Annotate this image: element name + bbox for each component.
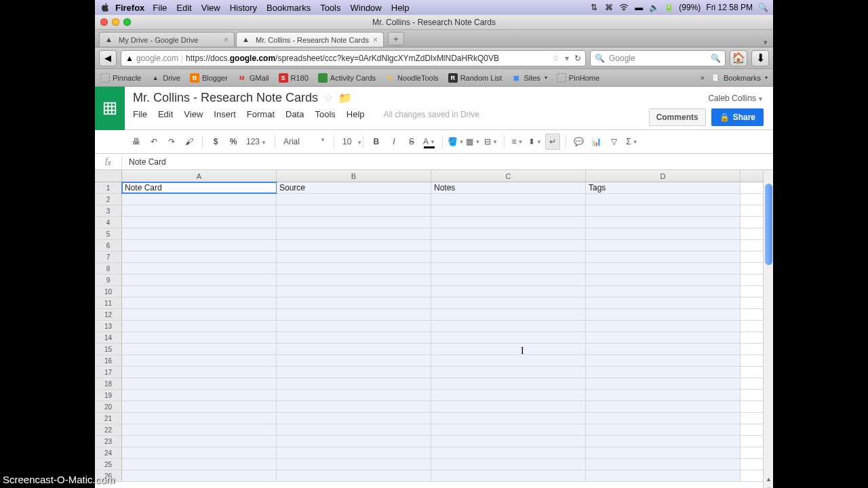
row-header[interactable]: 9 (95, 274, 122, 285)
cell-D6[interactable] (586, 240, 741, 251)
redo-button[interactable]: ↷ (164, 134, 179, 150)
cell-D9[interactable] (586, 274, 741, 285)
cell-B23[interactable] (277, 436, 431, 447)
cell-A20[interactable] (122, 401, 277, 412)
bookmark-activity[interactable]: Activity Cards (318, 73, 376, 83)
move-folder-icon[interactable]: 📁 (338, 92, 352, 104)
cell-A25[interactable] (122, 459, 277, 470)
cell-C8[interactable] (431, 263, 586, 274)
cell-A7[interactable] (122, 251, 277, 262)
row-header[interactable]: 10 (95, 286, 122, 297)
row-header[interactable]: 6 (95, 240, 122, 251)
cell-B20[interactable] (277, 401, 431, 412)
cell-C6[interactable] (431, 240, 586, 251)
cell-C13[interactable] (431, 321, 586, 331)
star-document-icon[interactable]: ☆ (323, 92, 333, 104)
cell-D3[interactable] (586, 205, 741, 216)
percent-button[interactable]: % (226, 134, 241, 150)
cell-A1[interactable]: Note Card (122, 182, 277, 193)
row-header[interactable]: 20 (95, 401, 122, 412)
battery-icon[interactable]: 🔋 (664, 3, 673, 12)
row-header[interactable]: 7 (95, 251, 122, 262)
cell-A15[interactable] (122, 344, 277, 354)
document-title[interactable]: Mr. Collins - Research Note Cards (133, 91, 318, 105)
sheets-menu-tools[interactable]: Tools (315, 109, 335, 119)
cell-D15[interactable] (586, 344, 741, 354)
text-color-button[interactable]: A▼ (422, 134, 437, 150)
cell-D21[interactable] (586, 413, 741, 424)
cell-A18[interactable] (122, 378, 277, 389)
column-header-a[interactable]: A (122, 170, 277, 182)
menu-help[interactable]: Help (391, 3, 410, 13)
print-button[interactable]: 🖶 (129, 134, 144, 150)
insert-chart-button[interactable]: 📊 (589, 134, 604, 150)
row-header[interactable]: 3 (95, 205, 122, 216)
cell-C21[interactable] (431, 413, 586, 424)
bookmark-star-icon[interactable]: ☆ (552, 54, 559, 63)
sheets-menu-data[interactable]: Data (285, 109, 304, 119)
cell-B19[interactable] (277, 390, 431, 401)
font-select[interactable]: Arial▼ (281, 137, 328, 146)
cell-B3[interactable] (277, 205, 431, 216)
number-format-button[interactable]: 123▼ (243, 137, 269, 146)
tab-close-icon[interactable]: × (373, 35, 378, 45)
sheets-menu-file[interactable]: File (133, 109, 147, 119)
site-identity-icon[interactable]: ▲ (125, 54, 134, 63)
cell-A23[interactable] (122, 436, 277, 447)
cell-A24[interactable] (122, 447, 277, 458)
cell-A5[interactable] (122, 228, 277, 239)
cell-C4[interactable] (431, 217, 586, 228)
paint-format-button[interactable]: 🖌 (182, 134, 197, 150)
cell-A13[interactable] (122, 321, 277, 331)
cell-D13[interactable] (586, 321, 741, 331)
cell-D23[interactable] (586, 436, 741, 447)
row-header[interactable]: 2 (95, 194, 122, 205)
scrollbar-thumb[interactable] (765, 184, 772, 265)
bold-button[interactable]: B (369, 134, 384, 150)
cell-B15[interactable] (277, 344, 431, 354)
cell-C16[interactable] (431, 355, 586, 366)
cell-C5[interactable] (431, 228, 586, 239)
valign-button[interactable]: ⬍▼ (528, 134, 542, 150)
cell-B26[interactable] (277, 470, 431, 481)
formula-input[interactable]: Note Card (122, 157, 166, 167)
currency-button[interactable]: $ (208, 134, 223, 150)
display-icon[interactable]: ▬ (634, 3, 644, 12)
row-header[interactable]: 13 (95, 321, 122, 331)
bookmark-noodle[interactable]: ✎NoodleTools (385, 73, 439, 83)
cell-A2[interactable] (122, 194, 277, 205)
cell-D19[interactable] (586, 390, 741, 401)
cell-B8[interactable] (277, 263, 431, 274)
cell-C18[interactable] (431, 378, 586, 389)
cell-C23[interactable] (431, 436, 586, 447)
cell-B21[interactable] (277, 413, 431, 424)
row-header[interactable]: 21 (95, 413, 122, 424)
cell-B4[interactable] (277, 217, 431, 228)
url-dropdown-icon[interactable]: ▾ (565, 54, 569, 63)
cell-A8[interactable] (122, 263, 277, 274)
menu-bookmarks[interactable]: Bookmarks (267, 3, 311, 13)
row-header[interactable]: 25 (95, 459, 122, 470)
cell-D16[interactable] (586, 355, 741, 366)
cell-C7[interactable] (431, 251, 586, 262)
cell-D7[interactable] (586, 251, 741, 262)
comments-button[interactable]: Comments (649, 108, 706, 126)
sheets-menu-help[interactable]: Help (347, 109, 365, 119)
cell-A14[interactable] (122, 332, 277, 343)
cell-C17[interactable] (431, 367, 586, 378)
close-window-button[interactable] (100, 18, 108, 26)
cell-C11[interactable] (431, 298, 586, 308)
cell-C15[interactable] (431, 344, 586, 354)
fill-color-button[interactable]: 🪣▼ (448, 134, 463, 150)
search-input[interactable]: 🔍 Google 🔍 (590, 50, 726, 66)
clock[interactable]: Fri 12 58 PM (706, 3, 753, 12)
sync-icon[interactable]: ⇅ (589, 3, 599, 12)
cell-A19[interactable] (122, 390, 277, 401)
cell-B1[interactable]: Source (277, 182, 431, 193)
sheets-menu-view[interactable]: View (184, 109, 203, 119)
borders-button[interactable]: ▦▼ (466, 134, 481, 150)
wrap-button[interactable]: ↵ (545, 134, 560, 150)
row-header[interactable]: 15 (95, 344, 122, 354)
row-header[interactable]: 4 (95, 217, 122, 228)
scroll-up-icon[interactable]: ▲ (764, 474, 773, 484)
